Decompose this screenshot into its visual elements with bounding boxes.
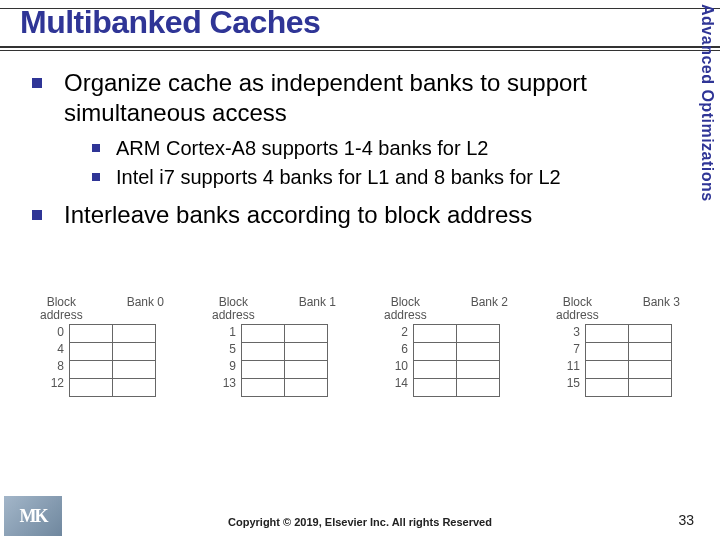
addr: 14 [392,375,408,392]
bank-labels: Blockaddress Bank 3 [534,296,702,322]
bank-table [585,324,672,397]
page-number: 33 [678,512,694,528]
bank-group-1: Blockaddress Bank 1 1 5 9 13 [190,296,358,397]
addr: 3 [564,324,580,341]
bank-row: 3 7 11 15 [564,324,672,397]
bank-row: 1 5 9 13 [220,324,328,397]
addr: 2 [392,324,408,341]
bullet-item: Organize cache as independent banks to s… [30,68,670,190]
bank-name: Bank 1 [299,296,336,322]
bank-labels: Blockaddress Bank 0 [18,296,186,322]
bank-group-2: Blockaddress Bank 2 2 6 10 14 [362,296,530,397]
bullet-text: Interleave banks according to block addr… [64,201,532,228]
bullet-text: Organize cache as independent banks to s… [64,69,587,126]
addr: 7 [564,341,580,358]
addr: 11 [564,358,580,375]
addr: 6 [392,341,408,358]
addr: 9 [220,358,236,375]
slide-title: Multibanked Caches [20,4,320,40]
title-rule-bottom-1 [0,46,720,48]
bank-row: 0 4 8 12 [48,324,156,397]
sub-bullet-text: Intel i7 supports 4 banks for L1 and 8 b… [116,166,561,188]
side-label: Advanced Optimizations [698,4,716,202]
sub-bullet-item: ARM Cortex-A8 supports 1-4 banks for L2 [92,136,670,161]
addr: 10 [392,358,408,375]
sub-bullet-text: ARM Cortex-A8 supports 1-4 banks for L2 [116,137,488,159]
addr-col: 2 6 10 14 [392,324,411,392]
block-address-label: Blockaddress [40,296,83,322]
slide: Multibanked Caches Advanced Optimization… [0,0,720,540]
addr: 15 [564,375,580,392]
slide-body: Organize cache as independent banks to s… [30,62,670,240]
addr-col: 3 7 11 15 [564,324,583,392]
bank-group-3: Blockaddress Bank 3 3 7 11 15 [534,296,702,397]
title-bar: Multibanked Caches [0,0,720,43]
block-address-label: Blockaddress [212,296,255,322]
bullet-list: Organize cache as independent banks to s… [30,68,670,230]
addr: 13 [220,375,236,392]
bank-table [241,324,328,397]
addr: 0 [48,324,64,341]
title-rule-bottom-2 [0,50,720,51]
addr: 4 [48,341,64,358]
addr: 8 [48,358,64,375]
bank-diagram: Blockaddress Bank 0 0 4 8 12 Blockaddres… [18,296,702,397]
sub-bullet-list: ARM Cortex-A8 supports 1-4 banks for L2 … [64,136,670,190]
bank-labels: Blockaddress Bank 1 [190,296,358,322]
addr-col: 0 4 8 12 [48,324,67,392]
sub-bullet-item: Intel i7 supports 4 banks for L1 and 8 b… [92,165,670,190]
addr: 1 [220,324,236,341]
block-address-label: Blockaddress [556,296,599,322]
addr-col: 1 5 9 13 [220,324,239,392]
bank-name: Bank 2 [471,296,508,322]
bank-table [413,324,500,397]
block-address-label: Blockaddress [384,296,427,322]
bank-name: Bank 3 [643,296,680,322]
copyright: Copyright © 2019, Elsevier Inc. All righ… [0,516,720,528]
bank-table [69,324,156,397]
bank-labels: Blockaddress Bank 2 [362,296,530,322]
addr: 5 [220,341,236,358]
addr: 12 [48,375,64,392]
bank-row: 2 6 10 14 [392,324,500,397]
bullet-item: Interleave banks according to block addr… [30,200,670,230]
bank-name: Bank 0 [127,296,164,322]
bank-group-0: Blockaddress Bank 0 0 4 8 12 [18,296,186,397]
